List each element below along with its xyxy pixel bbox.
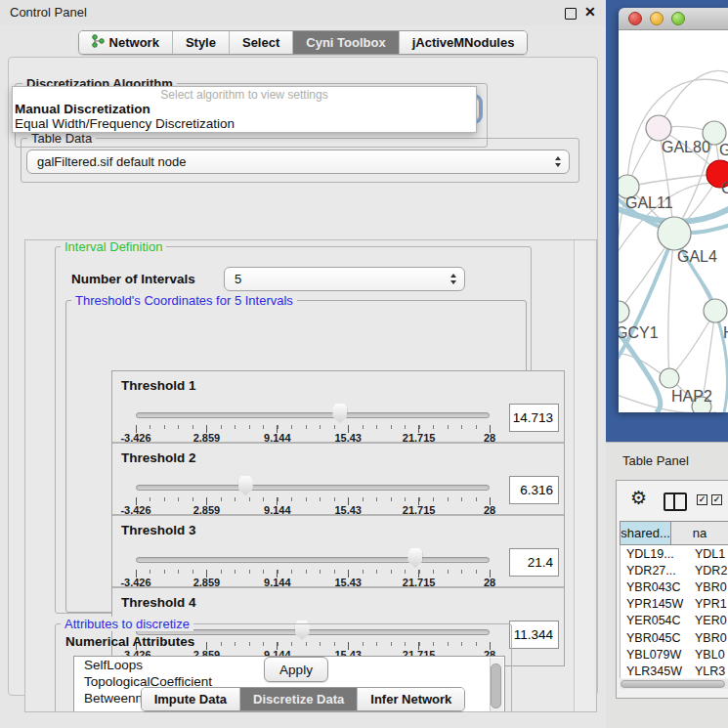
- network-edge[interactable]: [659, 70, 728, 128]
- shared-name-cell[interactable]: YER054C: [621, 614, 691, 627]
- network-node[interactable]: [704, 299, 727, 322]
- float-window-icon[interactable]: [565, 8, 577, 20]
- slider-tick-label: 21.715: [403, 504, 436, 516]
- table-data-group-title: Table Data: [27, 131, 96, 146]
- slider-tick-label: 21.715: [403, 432, 436, 444]
- network-node-label: GAL11: [625, 194, 673, 211]
- thresholds-group-title: Threshold's Coordinates for 5 Intervals: [71, 293, 297, 308]
- slider-minor-ticks: [136, 425, 490, 429]
- threshold-panel: Threshold 3-3.4262.8599.14415.4321.71528: [112, 516, 564, 588]
- threshold-value-field[interactable]: [509, 548, 559, 577]
- column-header-name[interactable]: na: [671, 521, 728, 545]
- number-of-intervals-value: 5: [235, 272, 241, 286]
- shared-name-cell[interactable]: YBR043C: [621, 580, 691, 594]
- tab-select[interactable]: Select: [229, 31, 292, 54]
- name-cell[interactable]: YER0: [691, 614, 727, 627]
- close-icon[interactable]: ✕: [584, 4, 596, 20]
- table-row[interactable]: YBR045CYBR0: [621, 629, 728, 646]
- name-cell[interactable]: YBL0: [691, 648, 725, 662]
- slider-tick-label: 2.859: [193, 577, 221, 588]
- network-canvas[interactable]: GAL80GACGAL11GAL4GCY1HHAP2: [619, 30, 728, 412]
- shared-name-cell[interactable]: YBL079W: [621, 648, 691, 662]
- table-row[interactable]: YER054CYER0: [621, 613, 728, 629]
- zoom-traffic-light-icon[interactable]: [671, 12, 685, 25]
- tab-label: Cyni Toolbox: [306, 35, 385, 50]
- settings-scroll-viewport: Interval Definition Number of Intervals …: [24, 239, 597, 712]
- tab-style[interactable]: Style: [172, 31, 229, 54]
- number-of-intervals-combo[interactable]: 5: [224, 267, 465, 291]
- control-panel: Control Panel ✕ NetworkStyleSelectCyni T…: [0, 0, 606, 728]
- shared-name-cell[interactable]: YBR045C: [621, 631, 691, 645]
- table-data-combo[interactable]: galFiltered.sif default node: [26, 150, 570, 174]
- table-rows[interactable]: YDL19...YDL1YDR27...YDR2YBR043CYBR0YPR14…: [620, 545, 728, 678]
- name-cell[interactable]: YLR3: [691, 664, 725, 678]
- table-row[interactable]: YPR145WYPR1: [621, 596, 728, 613]
- gear-icon[interactable]: ⚙: [630, 489, 647, 507]
- threshold-slider[interactable]: -3.4262.8599.14415.4321.71528: [136, 371, 490, 444]
- name-cell[interactable]: YBR0: [691, 580, 727, 594]
- slider-tick-label: 2.859: [193, 504, 221, 516]
- tab-infer-network[interactable]: Infer Network: [357, 688, 464, 710]
- thresholds-group: Threshold's Coordinates for 5 Intervals …: [65, 300, 527, 613]
- network-edge[interactable]: [668, 234, 674, 378]
- shared-name-cell[interactable]: YPR145W: [621, 597, 691, 611]
- tab-cyni-toolbox[interactable]: Cyni Toolbox: [292, 31, 398, 54]
- shared-name-cell[interactable]: YLR345W: [621, 664, 691, 678]
- name-cell[interactable]: YDL1: [691, 547, 725, 561]
- threshold-value-field[interactable]: [509, 404, 559, 432]
- checkbox-icon[interactable]: ✓: [697, 494, 707, 505]
- slider-thumb[interactable]: [238, 476, 253, 495]
- horizontal-scrollbar[interactable]: [620, 679, 728, 689]
- split-columns-icon[interactable]: [664, 492, 687, 511]
- slider-track[interactable]: [136, 412, 490, 418]
- slider-thumb[interactable]: [332, 404, 347, 423]
- slider-tick-label: 2.859: [193, 432, 221, 444]
- threshold-value-field[interactable]: [509, 476, 559, 504]
- node-table: ⚙ ✓ ✓ shared... na YDL19...YDL1YDR27...Y…: [616, 480, 728, 699]
- slider-track[interactable]: [136, 485, 490, 491]
- attributes-group-title: Attributes to discretize: [61, 617, 193, 631]
- tab-jactivemnodules[interactable]: jActiveMNodules: [399, 31, 528, 54]
- minimize-traffic-light-icon[interactable]: [650, 12, 664, 25]
- algorithm-popup-item[interactable]: Manual Discretization: [15, 102, 150, 116]
- tab-discretize-data[interactable]: Discretize Data: [239, 688, 357, 710]
- checkbox-icon[interactable]: ✓: [711, 494, 722, 505]
- horizontal-scrollbar-thumb[interactable]: [621, 680, 725, 688]
- interval-definition-title: Interval Definition: [61, 239, 166, 254]
- table-row[interactable]: YBR043CYBR0: [621, 578, 728, 595]
- network-node-label: GAL4: [677, 248, 717, 265]
- column-header-shared-name[interactable]: shared...: [620, 521, 671, 545]
- slider-tick-label: 21.715: [403, 577, 436, 588]
- apply-button[interactable]: Apply: [264, 657, 328, 682]
- network-node-label: C: [721, 180, 728, 196]
- network-node[interactable]: [658, 217, 691, 250]
- threshold-value-field[interactable]: [509, 621, 559, 649]
- algorithm-popup-item[interactable]: Equal Width/Frequency Discretization: [15, 116, 235, 131]
- network-node[interactable]: [619, 301, 629, 322]
- table-row[interactable]: YDR27...YDR2: [621, 562, 728, 578]
- network-node-label: GA: [719, 142, 728, 158]
- slider-thumb[interactable]: [407, 548, 422, 568]
- threshold-slider[interactable]: -3.4262.8599.14415.4321.71528: [136, 444, 490, 516]
- network-node[interactable]: [660, 368, 679, 388]
- network-window-titlebar[interactable]: [619, 8, 728, 30]
- name-cell[interactable]: YDR2: [691, 564, 727, 578]
- algorithm-popup-hint: Select algorithm to view settings: [13, 88, 476, 102]
- shared-name-cell[interactable]: YDR27...: [621, 564, 691, 578]
- network-node[interactable]: [646, 115, 671, 141]
- vertical-scrollbar[interactable]: [574, 240, 594, 711]
- table-row[interactable]: YBL079WYBL0: [621, 646, 728, 663]
- table-row[interactable]: YLR345WYLR3: [621, 663, 728, 678]
- slider-track[interactable]: [136, 557, 490, 563]
- threshold-slider[interactable]: -3.4262.8599.14415.4321.71528: [136, 516, 490, 588]
- name-cell[interactable]: YBR0: [691, 631, 727, 645]
- name-cell[interactable]: YPR1: [691, 597, 727, 611]
- close-traffic-light-icon[interactable]: [628, 12, 642, 25]
- number-of-intervals-label: Number of Intervals: [71, 272, 195, 286]
- shared-name-cell[interactable]: YDL19...: [621, 547, 691, 561]
- tab-impute-data[interactable]: Impute Data: [142, 688, 239, 710]
- tab-label: Infer Network: [370, 692, 451, 707]
- tab-network[interactable]: Network: [79, 31, 172, 54]
- network-view-window: GAL80GACGAL11GAL4GCY1HHAP2: [619, 8, 728, 412]
- table-row[interactable]: YDL19...YDL1: [621, 545, 728, 562]
